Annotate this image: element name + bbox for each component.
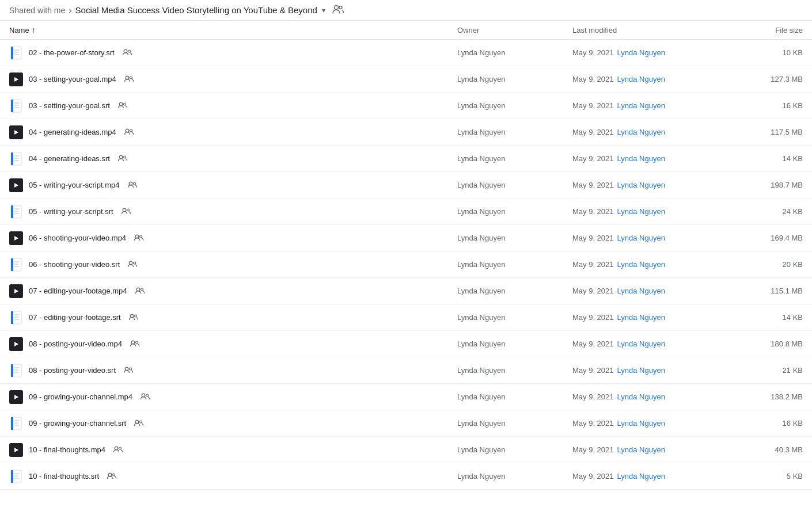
shared-icon	[130, 340, 139, 348]
shared-icon	[123, 48, 132, 57]
modified-by: Lynda Nguyen	[617, 181, 665, 189]
table-row[interactable]: 10 - final-thoughts.srt Lynda Nguyen May…	[0, 463, 812, 490]
svg-point-31	[133, 182, 135, 185]
table-row[interactable]: 08 - posting-your-video.srt Lynda Nguyen…	[0, 357, 812, 384]
column-name-header[interactable]: Name ↑	[9, 25, 457, 35]
svg-marker-29	[14, 183, 18, 188]
table-row[interactable]: 06 - shooting-your-video.srt Lynda Nguye…	[0, 251, 812, 278]
file-name-cell: 04 - generating-ideas.srt	[9, 152, 457, 166]
file-modified: May 9, 2021 Lynda Nguyen	[572, 48, 734, 57]
file-name-cell: 10 - final-thoughts.srt	[9, 470, 457, 483]
modified-date: May 9, 2021	[572, 101, 614, 110]
file-owner: Lynda Nguyen	[457, 207, 572, 216]
file-size: 14 KB	[734, 313, 803, 322]
file-name: 03 - setting-your-goal.srt	[29, 101, 110, 110]
breadcrumb-parent-link[interactable]: Shared with me	[9, 6, 65, 15]
breadcrumb: Shared with me › Social Media Success Vi…	[0, 0, 812, 21]
modified-date: May 9, 2021	[572, 48, 614, 57]
file-owner: Lynda Nguyen	[457, 366, 572, 375]
table-row[interactable]: 06 - shooting-your-video.mp4 Lynda Nguye…	[0, 225, 812, 251]
table-row[interactable]: 07 - editing-your-footage.mp4 Lynda Nguy…	[0, 278, 812, 304]
table-row[interactable]: 05 - writing-your-script.srt Lynda Nguye…	[0, 199, 812, 225]
file-modified: May 9, 2021 Lynda Nguyen	[572, 154, 734, 163]
table-row[interactable]: 09 - growing-your-channel.srt Lynda Nguy…	[0, 410, 812, 437]
modified-date: May 9, 2021	[572, 313, 614, 322]
modified-date: May 9, 2021	[572, 472, 614, 481]
table-row[interactable]: 10 - final-thoughts.mp4 Lynda Nguyen May…	[0, 437, 812, 463]
file-modified: May 9, 2021 Lynda Nguyen	[572, 128, 734, 136]
file-modified: May 9, 2021 Lynda Nguyen	[572, 287, 734, 295]
shared-icon	[134, 234, 143, 242]
file-name: 02 - the-power-of-story.srt	[29, 48, 115, 57]
file-modified: May 9, 2021 Lynda Nguyen	[572, 445, 734, 454]
svg-point-18	[123, 103, 126, 105]
svg-rect-64	[14, 367, 20, 368]
file-modified: May 9, 2021 Lynda Nguyen	[572, 419, 734, 428]
shared-icon	[122, 207, 131, 216]
svg-point-0	[334, 6, 338, 10]
svg-rect-66	[14, 372, 19, 373]
file-name: 10 - final-thoughts.mp4	[29, 445, 105, 454]
table-row[interactable]: 02 - the-power-of-story.srt Lynda Nguyen…	[0, 40, 812, 66]
svg-point-8	[128, 50, 130, 52]
table-row[interactable]: 07 - editing-your-footage.srt Lynda Nguy…	[0, 304, 812, 331]
table-row[interactable]: 03 - setting-your-goal.srt Lynda Nguyen …	[0, 93, 812, 119]
file-size: 14 KB	[734, 154, 803, 163]
column-modified-header[interactable]: Last modified	[572, 26, 734, 35]
file-name: 08 - posting-your-video.srt	[29, 366, 116, 375]
table-row[interactable]: 04 - generating-ideas.mp4 Lynda Nguyen M…	[0, 119, 812, 146]
modified-date: May 9, 2021	[572, 392, 614, 401]
svg-point-88	[113, 474, 115, 476]
svg-rect-85	[14, 475, 18, 476]
svg-point-81	[119, 447, 121, 449]
file-name-cell: 09 - growing-your-channel.mp4	[9, 390, 457, 404]
modified-date: May 9, 2021	[572, 181, 614, 189]
modified-by: Lynda Nguyen	[617, 445, 665, 454]
document-file-icon	[9, 311, 23, 325]
table-row[interactable]: 03 - setting-your-goal.mp4 Lynda Nguyen …	[0, 66, 812, 93]
breadcrumb-people-icon[interactable]	[332, 5, 344, 16]
file-modified: May 9, 2021 Lynda Nguyen	[572, 313, 734, 322]
file-modified: May 9, 2021 Lynda Nguyen	[572, 260, 734, 269]
modified-by: Lynda Nguyen	[617, 313, 665, 322]
file-size: 169.4 MB	[734, 234, 803, 242]
shared-icon	[107, 472, 116, 481]
breadcrumb-current-label: Social Media Success Video Storytelling …	[75, 5, 317, 15]
svg-point-21	[130, 129, 132, 132]
file-name: 10 - final-thoughts.srt	[29, 472, 99, 481]
modified-date: May 9, 2021	[572, 207, 614, 216]
file-size: 117.5 MB	[734, 128, 803, 136]
file-size: 21 KB	[734, 366, 803, 375]
shared-icon	[129, 313, 138, 322]
shared-icon	[118, 154, 127, 163]
modified-by: Lynda Nguyen	[617, 75, 665, 83]
file-size: 198.7 MB	[734, 181, 803, 189]
video-file-icon	[9, 337, 23, 351]
shared-icon	[113, 445, 123, 454]
table-row[interactable]: 08 - posting-your-video.mp4 Lynda Nguyen…	[0, 331, 812, 357]
column-owner-header[interactable]: Owner	[457, 26, 572, 35]
video-file-icon	[9, 73, 23, 86]
file-name-cell: 07 - editing-your-footage.mp4	[9, 284, 457, 298]
svg-point-71	[146, 394, 148, 396]
file-name-cell: 08 - posting-your-video.mp4	[9, 337, 457, 351]
file-owner: Lynda Nguyen	[457, 181, 572, 189]
file-modified: May 9, 2021 Lynda Nguyen	[572, 234, 734, 242]
modified-date: May 9, 2021	[572, 340, 614, 348]
modified-date: May 9, 2021	[572, 128, 614, 136]
sort-arrow-icon: ↑	[32, 25, 36, 35]
file-size: 20 KB	[734, 260, 803, 269]
svg-marker-49	[14, 289, 18, 293]
svg-rect-34	[14, 208, 20, 209]
file-name: 03 - setting-your-goal.mp4	[29, 75, 116, 83]
column-size-header[interactable]: File size	[734, 26, 803, 35]
svg-rect-76	[14, 425, 19, 426]
svg-marker-59	[14, 342, 18, 346]
table-row[interactable]: 04 - generating-ideas.srt Lynda Nguyen M…	[0, 146, 812, 172]
table-row[interactable]: 05 - writing-your-script.mp4 Lynda Nguye…	[0, 172, 812, 199]
svg-marker-19	[14, 130, 18, 135]
table-row[interactable]: 09 - growing-your-channel.mp4 Lynda Nguy…	[0, 384, 812, 410]
breadcrumb-dropdown-icon[interactable]: ▾	[322, 6, 325, 14]
svg-rect-5	[14, 52, 18, 53]
file-name: 05 - writing-your-script.mp4	[29, 181, 120, 189]
